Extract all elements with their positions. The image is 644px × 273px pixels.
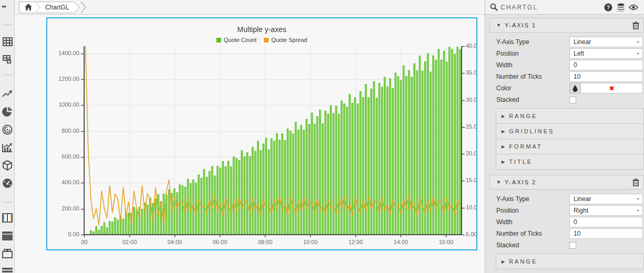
panel-header: CHARTGL ? bbox=[485, 0, 644, 15]
yaxis2-stacked-checkbox[interactable] bbox=[569, 242, 576, 249]
collapse-caret-icon: ▼ bbox=[496, 180, 501, 185]
yaxis1-width-input[interactable] bbox=[569, 60, 643, 70]
yaxis1-type-select[interactable]: Linear▾ bbox=[569, 37, 643, 47]
divider bbox=[2, 202, 12, 203]
rows-icon[interactable] bbox=[2, 266, 13, 273]
yaxis2-width-input[interactable] bbox=[569, 217, 643, 227]
yaxis2-type-select[interactable]: Linear▾ bbox=[569, 194, 643, 204]
help-icon[interactable]: ? bbox=[602, 2, 615, 13]
setting-label: Y-Axis Type bbox=[496, 38, 569, 46]
split-columns-icon[interactable] bbox=[2, 212, 13, 224]
color-picker-button[interactable] bbox=[569, 83, 581, 93]
canvas-area bbox=[15, 15, 485, 273]
delete-axis-icon[interactable] bbox=[632, 178, 639, 186]
setting-label: Position bbox=[496, 207, 569, 214]
setting-row-position: Position Right▾ bbox=[496, 205, 643, 216]
expand-caret-icon: ▶ bbox=[502, 114, 505, 119]
home-breadcrumb[interactable] bbox=[19, 2, 35, 13]
visibility-icon[interactable] bbox=[627, 2, 640, 13]
divider bbox=[2, 75, 12, 75]
setting-row-yaxis-type: Y-Axis Type Linear▾ bbox=[496, 193, 643, 205]
panel-context-name: CHARTGL bbox=[500, 4, 602, 11]
setting-label: Color bbox=[496, 85, 569, 92]
subsection-title: RANGE bbox=[509, 258, 643, 265]
breadcrumb: ChartGL bbox=[19, 2, 86, 13]
home-icon bbox=[25, 4, 32, 10]
yaxis2-position-select[interactable]: Right▾ bbox=[569, 205, 643, 216]
setting-row-ticks: Number of Ticks bbox=[496, 71, 643, 82]
select-value: Linear bbox=[574, 195, 591, 203]
expand-caret-icon: ▶ bbox=[502, 259, 505, 264]
yaxis2-settings: Y-Axis Type Linear▾ Position Right▾ Widt… bbox=[489, 190, 644, 254]
table-icon[interactable] bbox=[2, 36, 13, 47]
line-chart-icon[interactable] bbox=[2, 88, 13, 100]
chevron-down-icon: ▾ bbox=[637, 208, 639, 213]
chart-canvas[interactable] bbox=[47, 18, 476, 249]
yaxis1-stacked-checkbox[interactable] bbox=[569, 97, 576, 103]
expand-toolbar-icon[interactable]: ▸▸ bbox=[2, 3, 13, 12]
yaxis1-settings: Y-Axis Type Linear▾ Position Left▾ Width… bbox=[489, 33, 644, 109]
section-title: Y-AXIS 2 bbox=[505, 179, 632, 185]
section-title: Y-AXIS 1 bbox=[505, 22, 632, 28]
setting-label: Width bbox=[496, 218, 569, 226]
subsection-yaxis1-gridlines[interactable]: ▶ GRIDLINES bbox=[496, 123, 644, 139]
setting-row-color: Color ✖ bbox=[496, 82, 643, 94]
setting-row-yaxis-type: Y-Axis Type Linear▾ bbox=[496, 36, 643, 48]
setting-label: Stacked bbox=[496, 96, 569, 103]
yaxis1-color-control: ✖ bbox=[569, 83, 643, 93]
breadcrumb-chevron-icon bbox=[80, 2, 86, 13]
color-value-field[interactable]: ✖ bbox=[581, 83, 643, 93]
yaxis1-ticks-input[interactable] bbox=[569, 71, 643, 82]
subsection-yaxis2-range[interactable]: ▶ RANGE bbox=[496, 254, 644, 269]
setting-label: Width bbox=[496, 61, 569, 69]
svg-text:?: ? bbox=[607, 4, 610, 10]
header-layout-icon[interactable] bbox=[2, 230, 13, 242]
gauge-icon[interactable] bbox=[2, 177, 13, 189]
subsection-yaxis1-range[interactable]: ▶ RANGE bbox=[496, 108, 644, 124]
select-value: Right bbox=[574, 207, 588, 214]
collapse-caret-icon: ▼ bbox=[496, 23, 501, 28]
expand-caret-icon: ▶ bbox=[502, 129, 505, 134]
setting-row-stacked: Stacked bbox=[496, 94, 643, 106]
delete-axis-icon[interactable] bbox=[632, 22, 639, 29]
breadcrumb-bar: ChartGL bbox=[15, 0, 485, 15]
data-source-icon[interactable] bbox=[615, 2, 627, 13]
panel-body: ▼ Y-AXIS 1 Y-Axis Type Linear▾ Position … bbox=[485, 15, 644, 269]
subsection-yaxis1-title[interactable]: ▶ TITLE bbox=[496, 154, 644, 170]
setting-label: Position bbox=[496, 50, 569, 57]
tabbed-window-icon[interactable] bbox=[2, 248, 13, 259]
subsection-title: TITLE bbox=[509, 159, 643, 165]
left-toolbar: ▸▸ bbox=[0, 0, 15, 273]
pivot-table-icon[interactable] bbox=[2, 54, 13, 65]
select-value: Left bbox=[574, 50, 584, 57]
droplet-icon bbox=[573, 85, 578, 92]
section-header-yaxis1[interactable]: ▼ Y-AXIS 1 bbox=[489, 18, 644, 33]
yaxis2-ticks-input[interactable] bbox=[569, 228, 643, 239]
setting-label: Number of Ticks bbox=[496, 73, 569, 80]
expand-caret-icon: ▶ bbox=[502, 144, 505, 149]
section-header-yaxis2[interactable]: ▼ Y-AXIS 2 bbox=[489, 175, 644, 190]
setting-row-width: Width bbox=[496, 59, 643, 71]
select-value: Linear bbox=[574, 38, 591, 46]
breadcrumb-label: ChartGL bbox=[36, 4, 74, 11]
subsection-title: FORMAT bbox=[509, 143, 643, 150]
setting-label: Y-Axis Type bbox=[496, 195, 569, 203]
breadcrumb-item-chartgl[interactable]: ChartGL bbox=[35, 2, 74, 13]
yaxis1-position-select[interactable]: Left▾ bbox=[569, 48, 643, 59]
clear-color-icon[interactable]: ✖ bbox=[609, 86, 614, 91]
chart-widget[interactable] bbox=[46, 17, 477, 250]
pie-chart-icon[interactable] bbox=[2, 106, 13, 118]
radial-chart-icon[interactable] bbox=[2, 124, 13, 135]
setting-row-position: Position Left▾ bbox=[496, 48, 643, 59]
cube-3d-icon[interactable] bbox=[2, 160, 13, 171]
setting-label: Stacked bbox=[496, 242, 569, 249]
properties-panel: CHARTGL ? ▼ Y-AXIS 1 Y-Axis Type Linear▾… bbox=[485, 0, 644, 273]
chevron-down-icon: ▾ bbox=[637, 51, 639, 56]
expand-caret-icon: ▶ bbox=[502, 160, 505, 164]
divider bbox=[2, 25, 12, 25]
mixed-chart-icon[interactable] bbox=[2, 142, 13, 153]
chevron-down-icon: ▾ bbox=[637, 196, 639, 202]
subsection-yaxis1-format[interactable]: ▶ FORMAT bbox=[496, 139, 644, 154]
chevron-down-icon: ▾ bbox=[637, 39, 639, 45]
search-icon[interactable] bbox=[490, 3, 498, 11]
